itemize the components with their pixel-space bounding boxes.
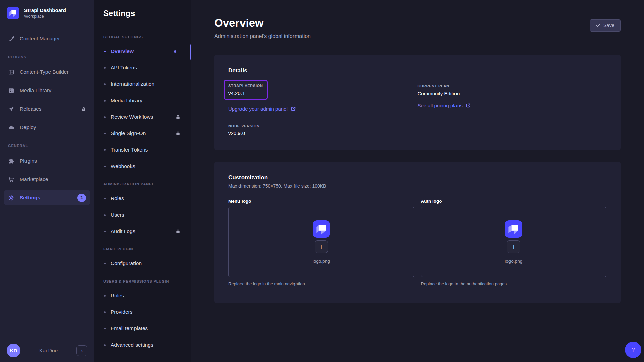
subnav-item-review-workflows[interactable]: Review Workflows bbox=[99, 111, 185, 123]
subnav-item-admin-users[interactable]: Users bbox=[99, 208, 185, 221]
sidebar-item-label: Plugins bbox=[20, 158, 37, 164]
sidebar-section-general: General bbox=[8, 144, 90, 148]
subnav-item-email-templates[interactable]: Email templates bbox=[99, 322, 185, 335]
gear-icon bbox=[8, 195, 14, 201]
customization-heading: Customization bbox=[228, 174, 606, 181]
subnav-item-admin-roles[interactable]: Roles bbox=[99, 192, 185, 205]
page-subtitle: Administration panel’s global informatio… bbox=[214, 33, 311, 39]
add-logo-button[interactable]: + bbox=[507, 240, 520, 253]
collapse-sidebar-button[interactable]: ‹ bbox=[76, 345, 87, 356]
sidebar-item-releases[interactable]: Releases bbox=[4, 101, 90, 117]
add-logo-button[interactable]: + bbox=[315, 240, 328, 253]
chevron-left-icon: ‹ bbox=[81, 348, 83, 354]
active-indicator-bar bbox=[190, 44, 191, 60]
settings-subnav: Settings Global Settings Overview API To… bbox=[94, 0, 191, 362]
subnav-item-label: Single Sign-On bbox=[111, 130, 146, 136]
current-plan-label: Current plan bbox=[418, 84, 607, 88]
subnav-item-configuration[interactable]: Configuration bbox=[99, 257, 185, 270]
page-title-block: Overview Administration panel’s global i… bbox=[214, 17, 311, 39]
subnav-item-label: Users bbox=[111, 212, 124, 218]
sidebar-item-label: Releases bbox=[20, 106, 42, 112]
node-version-value: v20.9.0 bbox=[228, 130, 418, 136]
subnav-item-audit-logs[interactable]: Audit Logs bbox=[99, 225, 185, 238]
sidebar-item-plugins[interactable]: Plugins bbox=[4, 153, 90, 169]
subnav-item-up-roles[interactable]: Roles bbox=[99, 289, 185, 302]
check-icon bbox=[596, 23, 600, 28]
subnav-title-underline bbox=[103, 25, 111, 25]
lock-icon bbox=[176, 131, 180, 136]
strapi-logo-icon bbox=[7, 7, 19, 19]
lock-icon bbox=[176, 115, 180, 119]
menu-logo-filename: logo.png bbox=[313, 259, 330, 264]
subnav-item-overview[interactable]: Overview bbox=[99, 45, 185, 58]
menu-logo-upload-box[interactable]: + logo.png bbox=[228, 207, 414, 277]
auth-logo-field: Auth logo + logo.png Replace the logo in… bbox=[421, 199, 607, 286]
avatar[interactable]: KD bbox=[7, 344, 20, 357]
sidebar-item-content-manager[interactable]: Content Manager bbox=[4, 31, 90, 46]
page-title: Overview bbox=[214, 17, 311, 29]
lock-icon bbox=[81, 107, 86, 111]
subnav-item-label: Webhooks bbox=[111, 163, 135, 169]
strapi-version-label: Strapi Version bbox=[228, 84, 263, 88]
app-name: Strapi Dashboard bbox=[24, 7, 66, 13]
pen-icon bbox=[8, 36, 14, 42]
settings-notification-badge: 1 bbox=[77, 194, 86, 202]
plus-icon: + bbox=[319, 243, 323, 250]
logo-upload-grid: Menu logo + logo.png Replace the logo in… bbox=[228, 199, 606, 286]
user-name: Kai Doe bbox=[26, 348, 71, 354]
bullet-icon bbox=[104, 67, 106, 69]
bullet-icon bbox=[104, 311, 106, 313]
customization-card: Customization Max dimension: 750×750, Ma… bbox=[214, 162, 621, 303]
menu-logo-caption: Replace the logo in the main navigation bbox=[228, 281, 414, 286]
subnav-item-label: Overview bbox=[111, 48, 134, 54]
layout-grid-icon bbox=[8, 69, 14, 75]
details-heading: Details bbox=[228, 67, 606, 74]
subnav-item-label: Internationalization bbox=[111, 81, 154, 87]
subnav-item-internationalization[interactable]: Internationalization bbox=[99, 78, 185, 90]
bullet-icon bbox=[104, 83, 106, 85]
bullet-icon bbox=[104, 328, 106, 329]
cloud-icon bbox=[8, 124, 14, 131]
save-button-label: Save bbox=[603, 23, 614, 28]
subnav-item-advanced-settings[interactable]: Advanced settings bbox=[99, 339, 185, 351]
bullet-icon bbox=[104, 166, 106, 167]
sidebar-item-label: Deploy bbox=[20, 124, 36, 130]
auth-logo-upload-box[interactable]: + logo.png bbox=[421, 207, 607, 277]
notification-dot-icon bbox=[174, 50, 176, 53]
sidebar-item-settings[interactable]: Settings 1 bbox=[4, 190, 90, 205]
help-button[interactable]: ? bbox=[625, 342, 641, 358]
pricing-plans-link[interactable]: See all pricing plans bbox=[418, 103, 471, 108]
subnav-item-label: Media Library bbox=[111, 98, 142, 104]
subnav-item-transfer-tokens[interactable]: Transfer Tokens bbox=[99, 143, 185, 156]
subnav-item-label: Providers bbox=[111, 309, 132, 315]
upgrade-admin-panel-link[interactable]: Upgrade your admin panel bbox=[228, 106, 296, 112]
sidebar-item-marketplace[interactable]: Marketplace bbox=[4, 172, 90, 187]
upgrade-link-row: Upgrade your admin panel bbox=[228, 106, 418, 112]
bullet-icon bbox=[104, 295, 106, 297]
sidebar-item-content-type-builder[interactable]: Content-Type Builder bbox=[4, 64, 90, 80]
subnav-item-label: Audit Logs bbox=[111, 228, 135, 234]
auth-logo-label: Auth logo bbox=[421, 199, 607, 204]
strapi-logo-icon bbox=[313, 220, 330, 238]
strapi-version-value: v4.20.1 bbox=[228, 90, 263, 96]
subnav-item-providers[interactable]: Providers bbox=[99, 306, 185, 318]
sidebar-item-deploy[interactable]: Deploy bbox=[4, 120, 90, 135]
subnav-item-label: API Tokens bbox=[111, 65, 137, 71]
node-version-block: Node Version v20.9.0 bbox=[228, 124, 418, 136]
main-content: Overview Administration panel’s global i… bbox=[191, 0, 644, 362]
sidebar-item-media-library[interactable]: Media Library bbox=[4, 83, 90, 98]
plus-icon: + bbox=[512, 243, 516, 250]
subnav-item-media-library[interactable]: Media Library bbox=[99, 94, 185, 107]
details-left-column: Strapi Version v4.20.1 Upgrade your admi… bbox=[228, 80, 418, 136]
save-button[interactable]: Save bbox=[590, 19, 621, 32]
question-mark-icon: ? bbox=[632, 347, 635, 353]
group-label-email-plugin: Email Plugin bbox=[103, 247, 185, 251]
subnav-title: Settings bbox=[103, 9, 185, 18]
subnav-item-api-tokens[interactable]: API Tokens bbox=[99, 61, 185, 74]
current-plan-value: Community Edition bbox=[418, 90, 607, 96]
workspace-header[interactable]: Strapi Dashboard Workplace bbox=[0, 0, 94, 25]
subnav-item-webhooks[interactable]: Webhooks bbox=[99, 160, 185, 173]
sidebar-item-label: Content-Type Builder bbox=[20, 69, 69, 75]
details-card: Details Strapi Version v4.20.1 Upgrade y… bbox=[214, 55, 621, 150]
subnav-item-single-sign-on[interactable]: Single Sign-On bbox=[99, 127, 185, 140]
